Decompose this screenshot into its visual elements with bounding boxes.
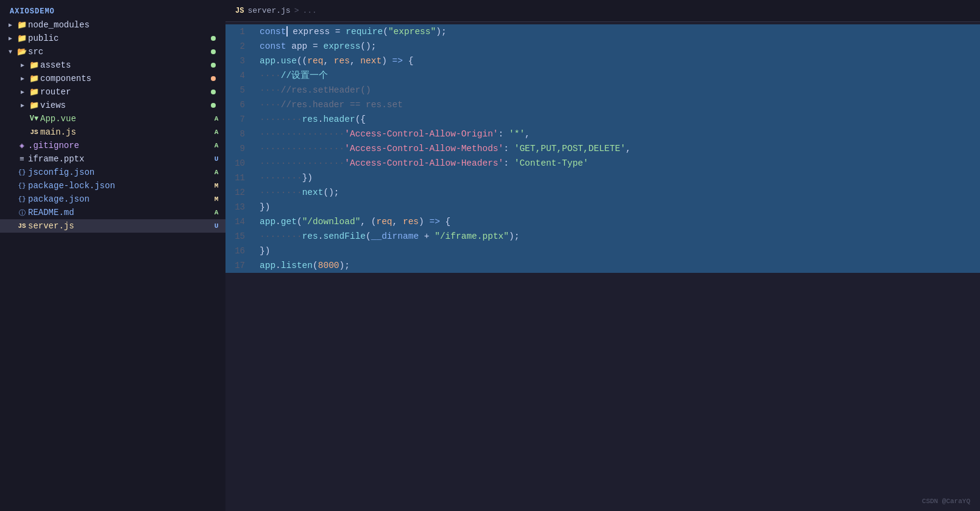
js-icon: JS — [28, 129, 40, 136]
sidebar-item-label: assets — [40, 60, 211, 70]
git-badge: A — [212, 169, 221, 176]
sidebar-item-package-lock[interactable]: {} package-lock.json M — [0, 179, 225, 192]
sidebar-item-label: package.json — [28, 194, 207, 204]
status-dot — [211, 36, 216, 41]
sidebar-item-app-vue[interactable]: V▼ App.vue A — [0, 112, 225, 125]
folder-icon: 📁 — [16, 33, 28, 43]
code-line-17: 17 app.listen(8000); — [225, 258, 980, 273]
code-line-5: 5 ····//res.setHeader() — [225, 83, 980, 97]
sidebar-item-label: components — [40, 74, 211, 83]
sidebar-item-public[interactable]: ▶ 📁 public — [0, 32, 225, 45]
status-dot — [211, 63, 216, 68]
sidebar-item-iframe-pptx[interactable]: ≡ iframe.pptx U — [0, 152, 225, 166]
code-line-8: 8 ················'Access-Control-Allow-… — [225, 127, 980, 141]
sidebar-item-label: src — [28, 47, 211, 57]
pptx-icon: ≡ — [16, 155, 28, 164]
sidebar-item-gitignore[interactable]: ◈ .gitignore A — [0, 139, 225, 152]
code-line-10: 10 ················'Access-Control-Allow… — [225, 156, 980, 171]
code-text: const express = require("express"); — [255, 24, 980, 39]
code-text: ················'Access-Control-Allow-He… — [255, 156, 980, 171]
watermark: CSDN @CaraYQ — [922, 498, 970, 505]
chevron-right-icon: ▶ — [17, 88, 28, 96]
code-line-3: 3 app.use((req, res, next) => { — [225, 54, 980, 68]
code-line-2: 2 const app = express(); — [225, 39, 980, 54]
line-number: 5 — [225, 83, 255, 97]
sidebar-item-node-modules[interactable]: ▶ 📁 node_modules — [0, 18, 225, 32]
code-area[interactable]: 1 const express = require("express"); 2 … — [225, 22, 980, 511]
sidebar-item-assets[interactable]: ▶ 📁 assets — [0, 58, 225, 72]
code-text: }) — [255, 244, 980, 258]
status-dot — [211, 103, 216, 108]
code-text: ····//设置一个 — [255, 68, 980, 83]
line-number: 9 — [225, 141, 255, 156]
code-text: const app = express(); — [255, 39, 980, 54]
sidebar-item-components[interactable]: ▶ 📁 components — [0, 72, 225, 85]
chevron-down-icon: ▼ — [5, 49, 16, 55]
js-filetype-badge: JS — [235, 7, 244, 15]
line-number: 16 — [225, 244, 255, 258]
folder-icon: 📁 — [28, 87, 40, 97]
editor-filename[interactable]: server.js — [247, 6, 290, 15]
sidebar-item-main-js[interactable]: JS main.js A — [0, 125, 225, 139]
folder-open-icon: 📂 — [16, 47, 28, 57]
sidebar-item-package-json[interactable]: {} package.json M — [0, 192, 225, 206]
status-dot — [211, 49, 216, 54]
line-number: 11 — [225, 171, 255, 185]
folder-icon: 📁 — [28, 74, 40, 83]
code-line-13: 13 }) — [225, 200, 980, 214]
sidebar-item-label: server.js — [28, 221, 207, 231]
line-number: 17 — [225, 258, 255, 273]
sidebar-item-readme[interactable]: ⓘ README.md A — [0, 206, 225, 219]
sidebar-item-src[interactable]: ▼ 📂 src — [0, 45, 225, 58]
sidebar-item-label: main.js — [40, 127, 207, 137]
line-number: 6 — [225, 97, 255, 112]
json-icon: {} — [16, 169, 28, 176]
git-badge: A — [212, 142, 221, 149]
code-line-11: 11 ········}) — [225, 171, 980, 185]
sidebar-item-label: router — [40, 87, 211, 97]
editor-header: JS server.js > ... — [225, 0, 980, 22]
code-text: }) — [255, 200, 980, 214]
folder-icon: 📁 — [28, 60, 40, 70]
line-number: 14 — [225, 214, 255, 229]
git-badge: A — [212, 209, 221, 216]
sidebar-item-label: node_modules — [28, 20, 221, 30]
sidebar-item-jsconfig[interactable]: {} jsconfig.json A — [0, 166, 225, 179]
chevron-right-icon: ▶ — [5, 35, 16, 42]
folder-icon: 📁 — [28, 100, 40, 110]
json-icon: {} — [16, 182, 28, 189]
line-number: 8 — [225, 127, 255, 141]
code-text: ········}) — [255, 171, 980, 185]
git-badge: U — [212, 155, 221, 163]
sidebar-item-server-js[interactable]: JS server.js U — [0, 219, 225, 233]
code-text: app.use((req, res, next) => { — [255, 54, 980, 68]
sidebar-item-router[interactable]: ▶ 📁 router — [0, 85, 225, 99]
git-badge: M — [212, 182, 221, 189]
vue-icon: V▼ — [28, 115, 40, 123]
json-icon: {} — [16, 196, 28, 203]
breadcrumb-sep: > — [294, 6, 299, 15]
code-line-4: 4 ····//设置一个 — [225, 68, 980, 83]
code-line-7: 7 ········res.header({ — [225, 112, 980, 127]
git-badge: U — [212, 222, 221, 230]
sidebar-item-label: .gitignore — [28, 141, 207, 150]
git-badge: A — [212, 129, 221, 136]
git-badge: A — [212, 115, 221, 122]
code-line-14: 14 app.get("/download", (req, res) => { — [225, 214, 980, 229]
sidebar-item-views[interactable]: ▶ 📁 views — [0, 99, 225, 112]
code-line-6: 6 ····//res.header == res.set — [225, 97, 980, 112]
code-text: ····//res.setHeader() — [255, 83, 980, 97]
git-badge: M — [212, 196, 221, 203]
code-text: ········res.header({ — [255, 112, 980, 127]
sidebar: AXIOSDEMO ▶ 📁 node_modules ▶ 📁 public ▼ … — [0, 0, 225, 511]
editor-panel: JS server.js > ... 1 const express = req… — [225, 0, 980, 511]
chevron-right-icon: ▶ — [17, 75, 28, 82]
code-text: ········res.sendFile(__dirname + "/ifram… — [255, 229, 980, 244]
code-line-16: 16 }) — [225, 244, 980, 258]
readme-icon: ⓘ — [16, 208, 28, 217]
code-line-15: 15 ········res.sendFile(__dirname + "/if… — [225, 229, 980, 244]
sidebar-title: AXIOSDEMO — [0, 2, 225, 18]
sidebar-item-label: App.vue — [40, 114, 207, 124]
line-number: 15 — [225, 229, 255, 244]
code-line-12: 12 ········next(); — [225, 185, 980, 200]
